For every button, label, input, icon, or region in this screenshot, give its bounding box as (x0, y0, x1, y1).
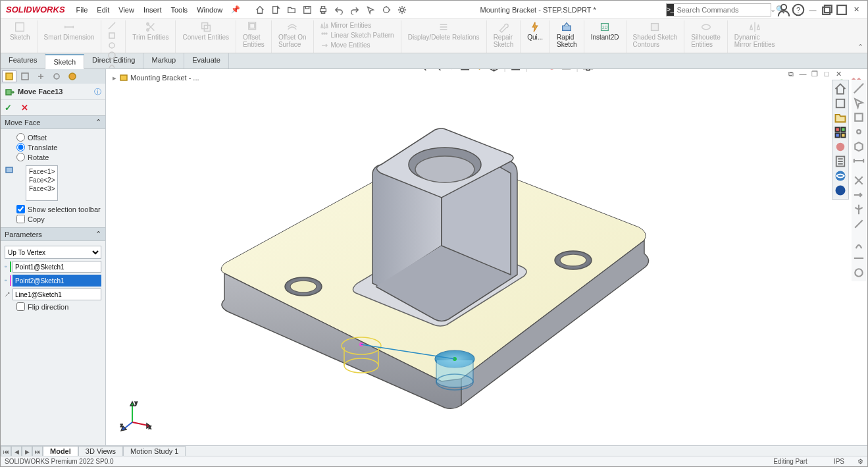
filter-split-icon[interactable] (852, 203, 865, 216)
filter-dim-icon[interactable] (852, 154, 865, 167)
search-commands[interactable]: >_ ⌄ 🔍 (666, 3, 771, 16)
doc-popout-icon[interactable]: ⧉ (786, 69, 796, 78)
pm-cancel-button[interactable]: ✕ (21, 103, 28, 113)
line-tools[interactable] (105, 20, 121, 50)
menu-insert[interactable]: Insert (143, 6, 162, 14)
print-icon[interactable] (316, 3, 330, 17)
view-orientation-icon[interactable] (488, 69, 499, 72)
view-settings-icon[interactable] (582, 69, 594, 72)
section-view-icon[interactable] (459, 69, 471, 72)
pin-icon[interactable]: 📌 (231, 5, 240, 14)
trim-entities-button[interactable]: Trim Entities (130, 20, 171, 41)
zoom-area-icon[interactable] (430, 69, 442, 72)
menu-tools[interactable]: Tools (170, 6, 188, 14)
taskpane-custom-props-icon[interactable] (834, 155, 847, 168)
orientation-triad[interactable]: y x z (119, 399, 152, 432)
close-button[interactable]: ✕ (849, 3, 863, 17)
taskpane-design-library-icon[interactable] (834, 97, 847, 110)
dynamic-annotation-icon[interactable] (473, 69, 485, 72)
smart-dimension-button[interactable]: Smart Dimension (41, 20, 97, 41)
end-condition-select[interactable]: Up To Vertex (5, 246, 101, 259)
fm-tab-dim[interactable] (49, 70, 64, 82)
param-point2[interactable] (5, 275, 101, 287)
search-dropdown-icon[interactable]: ⌄ (770, 5, 776, 14)
taskpane-forum-icon[interactable] (834, 169, 847, 182)
redo-icon[interactable] (347, 3, 362, 17)
menu-file[interactable]: File (76, 6, 88, 14)
taskpane-view-palette-icon[interactable] (834, 126, 847, 139)
convert-entities-button[interactable]: Convert Entities (180, 20, 232, 41)
display-style-icon[interactable] (509, 69, 521, 72)
menu-edit[interactable]: Edit (97, 6, 109, 14)
maximize-button[interactable] (834, 3, 849, 17)
new-icon[interactable] (268, 3, 283, 17)
pm-help-icon[interactable]: ⓘ (94, 87, 101, 97)
user-icon[interactable] (777, 3, 791, 17)
offset-entities-button[interactable]: Offset Entities (240, 20, 267, 48)
mirror-tools[interactable]: Mirror Entities Linear Sketch Pattern Mo… (318, 20, 397, 50)
taskpane-appearances-icon[interactable] (834, 140, 847, 153)
pm-section-moveface[interactable]: Move Face⌃ (1, 115, 105, 129)
open-icon[interactable] (284, 3, 299, 17)
doc-min-icon[interactable]: — (798, 69, 808, 78)
pm-ok-button[interactable]: ✓ (5, 103, 12, 113)
param-direction[interactable] (5, 288, 101, 300)
filter-linear-icon[interactable] (852, 252, 865, 265)
dynamic-mirror-button[interactable]: Dynamic Mirror Entities (732, 20, 778, 48)
face-item[interactable]: Face<1> (29, 167, 55, 176)
doc-restore-icon[interactable]: ❐ (809, 69, 820, 78)
select-icon[interactable] (363, 3, 378, 17)
filter-edges-icon[interactable] (852, 82, 865, 95)
filter-circular-icon[interactable] (852, 266, 865, 279)
filter-point-icon[interactable] (852, 125, 865, 138)
prev-view-icon[interactable] (444, 69, 456, 72)
silhouette-button[interactable]: Silhouette Entities (688, 20, 723, 48)
options-icon[interactable] (395, 3, 409, 17)
filter-arrow-icon[interactable] (852, 96, 865, 109)
menu-window[interactable]: Window (197, 6, 222, 14)
chk-show-toolbar[interactable]: Show selection toolbar (16, 205, 101, 213)
fm-tab-display[interactable] (65, 70, 80, 82)
opt-translate[interactable]: Translate (16, 143, 101, 151)
edit-appearance-icon[interactable] (546, 69, 557, 72)
hide-show-icon[interactable] (531, 69, 543, 72)
menu-view[interactable]: View (118, 6, 134, 14)
quick-snaps-button[interactable]: Qui... (524, 20, 546, 41)
home-icon[interactable] (253, 3, 267, 17)
offset-surface-button[interactable]: Offset On Surface (276, 20, 309, 48)
help-icon[interactable]: ? (791, 3, 805, 17)
repair-sketch-button[interactable]: Repair Sketch (491, 20, 517, 48)
filter-sketch-icon[interactable] (852, 217, 865, 231)
zoom-fit-icon[interactable] (415, 69, 427, 72)
fm-tab-property[interactable] (18, 70, 32, 82)
display-relations-button[interactable]: Display/Delete Relations (405, 20, 482, 41)
filter-trim-icon[interactable] (852, 174, 865, 187)
face-item[interactable]: Face<3> (29, 184, 55, 193)
filter-body-icon[interactable] (852, 140, 865, 153)
undo-icon[interactable] (332, 3, 346, 17)
face-item[interactable]: Face<2> (29, 176, 55, 184)
breadcrumb[interactable]: ▸ Mounting Bracket - ... (110, 73, 199, 82)
taskpane-home-icon[interactable] (834, 82, 847, 96)
fm-tab-tree[interactable] (2, 70, 16, 82)
instant2d-button[interactable]: 2D Instant2D (588, 20, 622, 41)
apply-scene-icon[interactable] (560, 69, 572, 72)
status-settings-icon[interactable]: ⚙ (857, 458, 863, 465)
tab-evaluate[interactable]: Evaluate (184, 53, 229, 69)
taskpane-3dexp-icon[interactable] (834, 184, 847, 197)
taskpane-file-explorer-icon[interactable] (834, 111, 847, 124)
tab-features[interactable]: Features (1, 53, 45, 69)
chk-copy[interactable]: Copy (16, 215, 101, 223)
search-input[interactable] (674, 6, 770, 14)
restore-button[interactable] (820, 3, 834, 17)
expand-icon[interactable]: ▸ (113, 74, 116, 82)
rebuild-icon[interactable] (379, 3, 394, 17)
opt-offset[interactable]: Offset (16, 133, 101, 142)
chk-flip[interactable]: Flip direction (16, 302, 101, 311)
filter-face-icon[interactable] (852, 111, 865, 124)
pm-section-parameters[interactable]: Parameters⌃ (1, 227, 105, 241)
save-icon[interactable] (300, 3, 315, 17)
minimize-button[interactable]: — (805, 3, 820, 17)
graphics-viewport[interactable]: ▸ Mounting Bracket - ... ⧉ — ❐ □ (106, 69, 867, 447)
sketch-button[interactable]: Sketch (7, 20, 33, 41)
